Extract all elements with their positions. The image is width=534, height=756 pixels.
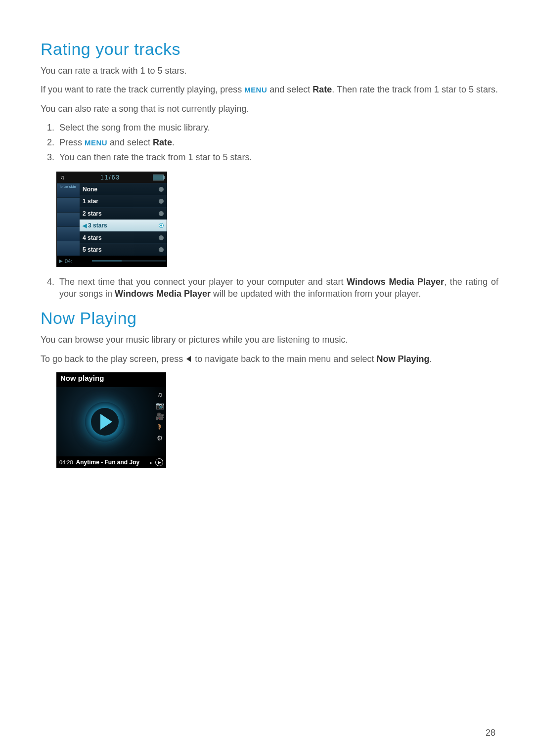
album-thumb — [57, 226, 80, 241]
rating-option-4stars[interactable]: 4 stars — [80, 231, 167, 244]
text: To go back to the play screen, press — [41, 354, 185, 364]
wmp-label: Windows Media Player — [347, 277, 444, 287]
heading-rating: Rating your tracks — [41, 40, 498, 59]
manual-page: Rating your tracks You can rate a track … — [0, 0, 534, 756]
step-1: Select the song from the music library. — [56, 122, 498, 133]
rate-label: Rate — [153, 137, 172, 147]
caret-left-icon: ◀ — [83, 222, 87, 228]
rating-steps: Select the song from the music library. … — [41, 122, 498, 164]
album-thumb — [57, 197, 80, 212]
svg-marker-0 — [186, 356, 191, 362]
text: If you want to rate the track currently … — [41, 85, 244, 94]
device-footer: ▶ 04: — [57, 256, 167, 267]
rating-option-5stars[interactable]: 5 stars — [80, 243, 167, 256]
radio-icon — [159, 235, 164, 240]
rating-option-3stars[interactable]: ◀3 stars — [80, 219, 167, 231]
device-thumb-strip: blue skie — [57, 183, 80, 256]
option-label: None — [83, 186, 97, 193]
album-thumb — [57, 212, 80, 226]
np-header: Now playing — [56, 372, 166, 387]
rating-option-1star[interactable]: 1 star — [80, 195, 167, 207]
music-icon: ♫ — [57, 174, 68, 181]
text: to navigate back to the main menu and se… — [192, 354, 376, 364]
text: The next time that you connect your play… — [59, 277, 347, 287]
radio-selected-icon — [159, 223, 164, 228]
radio-icon — [159, 187, 164, 192]
text: . — [172, 137, 175, 147]
back-arrow-icon — [185, 354, 192, 365]
option-label: ◀3 stars — [83, 222, 107, 229]
menu-key: MENU — [85, 138, 107, 147]
device-body: blue skie None 1 star 2 stars — [57, 183, 167, 256]
text: will be updated with the information fro… — [211, 289, 421, 299]
np-body: ♫ 📷 🎥 🎙 ⚙ — [56, 387, 166, 456]
track-counter: 11/63 — [68, 174, 153, 181]
heading-now-playing: Now Playing — [41, 309, 498, 328]
now-playing-label: Now Playing — [376, 354, 429, 364]
np-side-icons: ♫ 📷 🎥 🎙 ⚙ — [153, 387, 166, 456]
menu-key: MENU — [244, 86, 267, 94]
battery-icon — [153, 175, 164, 180]
play-icon — [100, 414, 112, 430]
album-thumb — [57, 241, 80, 255]
option-label: 4 stars — [83, 234, 102, 241]
rating-device-screenshot: ♫ 11/63 blue skie None 1 star — [56, 172, 167, 267]
text: and select — [267, 85, 312, 94]
np-intro-2: To go back to the play screen, press to … — [41, 353, 498, 365]
now-playing-device-screenshot: Now playing ♫ 📷 🎥 🎙 ⚙ 04:28 Anytime - Fu… — [56, 372, 166, 468]
device-status-bar: ♫ 11/63 — [57, 172, 167, 183]
progress-bar — [92, 260, 166, 262]
rating-option-none[interactable]: None — [80, 183, 167, 195]
option-label: 1 star — [83, 198, 98, 205]
option-label: 5 stars — [83, 246, 102, 253]
wmp-label: Windows Media Player — [115, 289, 211, 299]
text: Press — [59, 137, 85, 147]
option-label: 2 stars — [83, 210, 102, 217]
radio-icon — [159, 199, 164, 204]
mic-icon[interactable]: 🎙 — [156, 424, 163, 431]
text: 3 stars — [88, 222, 107, 229]
rating-intro-2: If you want to rate the track currently … — [41, 84, 498, 95]
rating-intro-1: You can rate a track with 1 to 5 stars. — [41, 65, 498, 77]
rating-steps-cont: The next time that you connect your play… — [41, 276, 498, 300]
text: . — [429, 354, 432, 364]
play-icon: ▶ — [59, 258, 63, 264]
rate-label: Rate — [312, 85, 332, 94]
step-3: You can then rate the track from 1 star … — [56, 151, 498, 163]
rating-option-2stars[interactable]: 2 stars — [80, 207, 167, 220]
np-track-title: Anytime - Fun and Joy — [76, 459, 150, 466]
photo-icon[interactable]: 📷 — [156, 402, 164, 409]
gear-icon[interactable]: ⚙ — [157, 435, 163, 442]
album-thumb: blue skie — [57, 183, 80, 197]
rating-option-list: None 1 star 2 stars ◀3 stars 4 stars — [80, 183, 167, 256]
page-number: 28 — [486, 728, 495, 738]
step-2: Press MENU and select Rate. — [56, 136, 498, 148]
text: and select — [107, 137, 153, 147]
now-playing-icon[interactable]: ▶ — [155, 458, 163, 466]
text: . Then rate the track from 1 star to 5 s… — [332, 85, 498, 94]
music-icon[interactable]: ♫ — [157, 391, 163, 398]
elapsed-time: 04: — [65, 258, 72, 264]
radio-icon — [159, 247, 164, 252]
chevron-right-icon: ▸ — [150, 460, 152, 465]
np-footer: 04:28 Anytime - Fun and Joy ▸ ▶ — [56, 456, 166, 468]
np-main-area — [56, 387, 153, 456]
np-time: 04:28 — [59, 459, 73, 465]
np-intro-1: You can browse your music library or pic… — [41, 334, 498, 346]
play-button-inner — [91, 408, 119, 436]
video-icon[interactable]: 🎥 — [156, 413, 164, 420]
step-4: The next time that you connect your play… — [56, 276, 498, 300]
rating-intro-3: You can also rate a song that is not cur… — [41, 103, 498, 115]
play-button[interactable] — [85, 402, 125, 442]
radio-icon — [159, 211, 164, 216]
